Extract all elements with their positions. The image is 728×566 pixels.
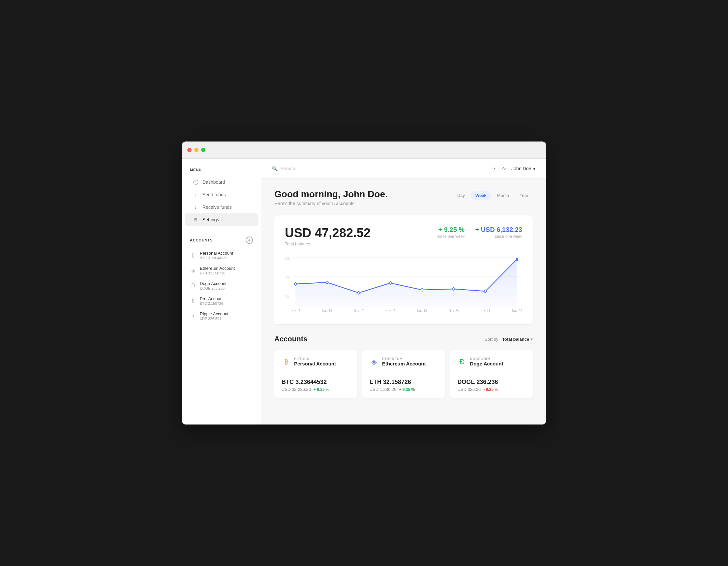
card-account-name: Personal Account: [294, 361, 336, 367]
coin-type: BITCOIN: [294, 357, 336, 361]
svg-text:Nov. 18: Nov. 18: [385, 309, 395, 313]
svg-text:Nov. 17: Nov. 17: [354, 309, 364, 313]
sidebar-account-eth-account[interactable]: ◈ Ethereum Account ETH 32.158726: [182, 263, 261, 278]
user-menu-button[interactable]: John Doe ▾: [511, 166, 535, 171]
account-coin-icon: ₿: [190, 252, 197, 258]
account-info: Pro' Account BTC 2.158726: [200, 296, 224, 306]
account-sub: BTC 2.158726: [200, 302, 224, 306]
account-card[interactable]: ◈ ETHEREUM Ethereum Account ETH 32.15872…: [362, 350, 445, 399]
sidebar-account-doge-account[interactable]: Ð Doge Account DOGE 236.236: [182, 278, 261, 293]
sort-chevron-icon: ▾: [531, 337, 533, 342]
svg-point-8: [326, 281, 328, 284]
account-card[interactable]: ₿ BITCOIN Personal Account BTC 3.2364453…: [274, 350, 357, 399]
usd-change-label: since one week: [475, 234, 522, 239]
svg-point-11: [421, 289, 423, 291]
card-pct: - 9.25 %: [483, 387, 498, 392]
account-sub: ETH 32.158726: [200, 271, 235, 275]
svg-text:Nov. 20: Nov. 20: [449, 309, 459, 313]
svg-text:Nov. 16: Nov. 16: [322, 309, 332, 313]
account-name: Pro' Account: [200, 296, 224, 301]
time-filter-week[interactable]: Week: [471, 191, 491, 200]
coin-type: DOGECOIN: [470, 357, 503, 361]
sidebar-item-dashboard[interactable]: 🕐Dashboard: [185, 176, 258, 188]
traffic-lights: [187, 148, 205, 152]
account-info: Doge Account DOGE 236.236: [200, 281, 227, 290]
chart-header: USD 47,282.52 Total balance + 9.25 % sin…: [285, 226, 522, 246]
user-name: John Doe: [511, 166, 531, 171]
account-card[interactable]: Ð DOGECOIN Doge Account DOGE 236.236 USD…: [450, 350, 533, 399]
svg-text:40k: 40k: [285, 276, 289, 280]
account-coin-icon: ✦: [190, 313, 197, 319]
account-info: Ripple Account XRP 326.591: [200, 312, 228, 321]
search-placeholder[interactable]: Search: [281, 166, 295, 171]
sort-value: Total balance: [502, 337, 529, 342]
app-body: MENU 🕐Dashboard↑Send funds↓Receive funds…: [182, 159, 546, 425]
close-button[interactable]: [187, 148, 192, 152]
svg-point-9: [358, 292, 360, 294]
settings-icon: ⚙: [193, 217, 198, 223]
card-account-name: Ethereum Account: [382, 361, 426, 367]
sidebar-item-receive[interactable]: ↓Receive funds: [185, 201, 258, 213]
card-usd-row: USD 326.26 - 9.25 %: [457, 387, 526, 392]
svg-text:Nov. 22: Nov. 22: [512, 309, 522, 313]
sidebar-item-label: Dashboard: [202, 179, 225, 185]
card-usd: USD 32,236.26: [282, 387, 311, 392]
greeting-subtitle: Here's the summary of your 5 accounts.: [274, 201, 388, 206]
card-pct: + 9.25 %: [399, 387, 415, 392]
svg-point-10: [389, 282, 391, 284]
greeting-text: Good morning, John Doe. Here's the summa…: [274, 189, 388, 206]
svg-point-12: [453, 288, 455, 290]
balance-info: USD 47,282.52 Total balance: [285, 226, 371, 246]
pct-change-value: + 9.25 %: [437, 226, 465, 233]
accounts-row: Accounts Sort by Total balance ▾: [274, 335, 533, 343]
account-name: Personal Account: [200, 251, 233, 255]
total-balance: USD 47,282.52: [285, 226, 371, 240]
sidebar-account-ripple-account[interactable]: ✦ Ripple Account XRP 326.591: [182, 309, 261, 324]
titlebar: [182, 141, 546, 159]
chart-stats: + 9.25 % since one week + USD 6,132.23 s…: [437, 226, 522, 239]
maximize-button[interactable]: [201, 148, 205, 152]
time-filters: DayWeekMonthYear: [453, 191, 533, 200]
account-name: Doge Account: [200, 281, 227, 286]
accounts-title: Accounts: [274, 335, 307, 343]
account-sub: XRP 326.591: [200, 317, 228, 321]
sort-label: Sort by: [485, 337, 498, 342]
card-usd: USD 326.26: [457, 387, 481, 392]
sidebar: MENU 🕐Dashboard↑Send funds↓Receive funds…: [182, 159, 261, 425]
minimize-button[interactable]: [194, 148, 198, 152]
time-filter-month[interactable]: Month: [493, 191, 514, 200]
account-name: Ripple Account: [200, 312, 228, 316]
card-account-name: Doge Account: [470, 361, 503, 367]
account-coin-icon: Ð: [190, 282, 197, 289]
sort-by-button[interactable]: Sort by Total balance ▾: [485, 337, 533, 342]
dashboard-icon: 🕐: [193, 179, 198, 185]
device-icon[interactable]: ⊡: [492, 165, 497, 171]
time-filter-year[interactable]: Year: [515, 191, 533, 200]
coin-icon: Ð: [457, 357, 467, 367]
greeting-row: Good morning, John Doe. Here's the summa…: [274, 189, 533, 206]
main-content: 🔍 Search ⊡ ∿ John Doe ▾ Good morn: [261, 159, 546, 425]
sidebar-item-send[interactable]: ↑Send funds: [185, 188, 258, 201]
sidebar-account-pro-account[interactable]: ₿ Pro' Account BTC 2.158726: [182, 293, 261, 309]
coin-icon: ◈: [370, 357, 379, 367]
coin-info: BITCOIN Personal Account: [294, 357, 336, 367]
accounts-header: ACCOUNTS +: [182, 236, 261, 244]
coin-icon: ₿: [282, 357, 291, 367]
account-info: Personal Account BTC 3.23644532: [200, 251, 233, 260]
account-sub: BTC 3.23644532: [200, 256, 233, 260]
coin-info: ETHEREUM Ethereum Account: [382, 357, 426, 367]
receive-icon: ↓: [193, 204, 198, 210]
card-header: ◈ ETHEREUM Ethereum Account: [370, 357, 438, 372]
search-icon: 🔍: [272, 165, 278, 171]
accounts-section-label: ACCOUNTS: [190, 238, 213, 242]
sidebar-account-btc-personal[interactable]: ₿ Personal Account BTC 3.23644532: [182, 248, 261, 263]
add-account-button[interactable]: +: [246, 236, 253, 244]
sidebar-item-settings[interactable]: ⚙Settings: [185, 213, 258, 226]
card-usd: USD 1,236.26: [370, 387, 397, 392]
time-filter-day[interactable]: Day: [453, 191, 470, 200]
activity-icon[interactable]: ∿: [502, 165, 506, 171]
card-header: ₿ BITCOIN Personal Account: [282, 357, 350, 372]
account-cards: ₿ BITCOIN Personal Account BTC 3.2364453…: [274, 350, 533, 399]
app-window: MENU 🕐Dashboard↑Send funds↓Receive funds…: [182, 141, 546, 425]
svg-point-7: [294, 283, 296, 285]
